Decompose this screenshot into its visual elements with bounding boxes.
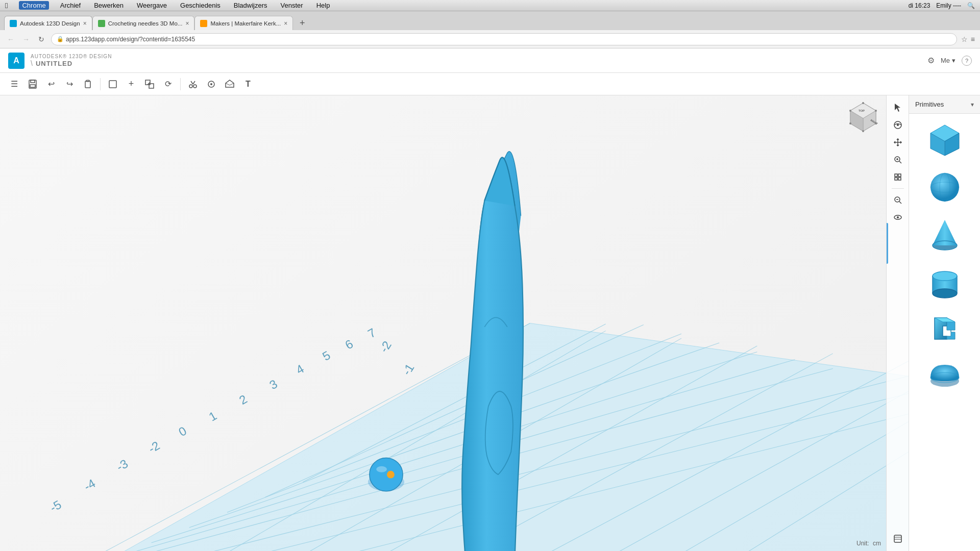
transform-button[interactable] [141,76,158,92]
back-button[interactable]: ← [5,34,16,45]
me-dropdown-icon: ▾ [952,57,955,64]
primitive-cylinder[interactable] [913,259,976,304]
zoom-region-tool-btn[interactable] [890,192,906,208]
svg-rect-74 [894,535,901,542]
clipboard-button[interactable] [80,76,96,92]
primitive-sphere[interactable] [913,165,976,210]
save-button[interactable] [24,76,41,92]
svg-line-70 [899,202,901,204]
snap-button[interactable] [203,76,219,92]
help-button[interactable]: ? [962,56,972,66]
pan-tool-btn[interactable] [890,134,906,151]
menubar-venster[interactable]: Venster [279,2,305,9]
help-label: ? [965,58,968,64]
svg-line-62 [899,161,901,163]
sketch-button[interactable] [105,76,121,92]
svg-point-85 [875,110,877,112]
menubar-bewerken[interactable]: Bewerken [92,2,126,9]
menubar-geschiedenis[interactable]: Geschiedenis [178,2,223,9]
surface-btn[interactable] [890,531,906,547]
menubar-archief[interactable]: Archief [58,2,83,9]
tab-title-2: Crocheting needles 3D Mo... [108,20,183,27]
menubar-bladwijzers[interactable]: Bladwijzers [232,2,270,9]
svg-marker-98 [933,220,957,245]
redo-button[interactable]: ↪ [61,76,78,92]
view-tools-panel [886,95,909,551]
svg-point-9 [189,85,192,88]
zoom-tool-btn[interactable] [890,152,906,168]
menubar-help[interactable]: Help [314,2,332,9]
tab-favicon-1 [10,20,17,27]
undo-button[interactable]: ↩ [43,76,59,92]
add-button[interactable]: + [123,76,139,92]
text-button[interactable]: T [240,76,256,92]
svg-point-56 [387,471,395,479]
tab-favicon-3 [200,20,207,27]
orbit-tool-btn[interactable] [890,117,906,133]
app-container: A AUTODESK® 123D® DESIGN \ UNTITLED ⚙ Me… [0,48,980,551]
menubar-user: Emily ---- [936,2,961,9]
fit-tool-btn[interactable] [890,169,906,185]
primitive-torus[interactable] [913,353,976,397]
cut-button[interactable] [185,76,201,92]
primitive-bracket[interactable] [913,306,976,350]
document-name: UNTITLED [36,60,72,67]
menubar-search-icon[interactable]: 🔍 [967,2,975,9]
view-tool-sep [892,188,904,189]
reload-button[interactable]: ↻ [36,34,47,45]
me-label: Me [941,57,950,64]
brand-name: AUTODESK® 123D® DESIGN [31,54,112,59]
panel-dropdown-btn[interactable]: ▾ [971,101,974,108]
svg-rect-65 [895,174,897,177]
panel-header: Primitives ▾ [909,95,980,114]
forward-button[interactable]: → [20,34,32,45]
svg-point-89 [849,122,851,124]
separator-1 [100,78,101,90]
chrome-window: Autodesk 123D Design × Crocheting needle… [0,11,980,551]
status-bar: Unit: cm [856,540,881,547]
tab-crocheting[interactable]: Crocheting needles 3D Mo... × [92,16,195,30]
menubar-right: di 16:23 Emily ---- 🔍 [909,2,975,9]
menu-button[interactable]: ☰ [6,76,22,92]
refresh-button[interactable]: ⟳ [160,76,176,92]
settings-button[interactable]: ⚙ [927,56,935,65]
select-tool-btn[interactable] [890,99,906,116]
panel-title: Primitives [915,101,944,108]
tab-makers[interactable]: Makers | Makerfaire Kerk... × [194,16,293,30]
apple-logo[interactable]:  [5,1,8,10]
view-mode-btn[interactable] [890,209,906,226]
tab-autodesk[interactable]: Autodesk 123D Design × [4,16,92,30]
primitive-box[interactable] [913,118,976,163]
svg-rect-67 [895,178,897,180]
url-bar[interactable]: 🔒 apps.123dapp.com/design/?contentid=163… [51,33,957,45]
svg-point-10 [193,85,197,88]
svg-rect-5 [109,81,116,88]
browser-menu-icon[interactable]: ≡ [971,35,975,43]
separator: \ [31,59,33,67]
tab-close-3[interactable]: × [284,20,287,27]
svg-point-14 [210,83,212,85]
logo-letter: A [13,56,19,65]
menubar-weergave[interactable]: Weergave [135,2,169,9]
bookmark-icon[interactable]: ☆ [961,35,968,43]
unit-value: cm [873,540,881,547]
solid-button[interactable] [222,76,238,92]
canvas-3d: 7 6 5 4 3 2 1 0 -2 -3 -4 -5 [0,95,909,551]
menubar-chrome[interactable]: Chrome [19,1,48,10]
right-panel: Primitives ▾ [909,95,980,551]
svg-point-88 [849,110,851,112]
svg-point-94 [930,173,959,202]
primitive-cone[interactable] [913,212,976,257]
me-button[interactable]: Me ▾ [941,57,955,64]
tab-favicon-2 [98,20,105,27]
primitives-list [909,114,980,551]
svg-rect-1 [31,80,35,83]
tab-close-2[interactable]: × [185,20,189,27]
cube-navigator[interactable]: TOP RIGHT [845,101,881,136]
new-tab-button[interactable]: + [295,16,309,30]
separator-2 [180,78,181,90]
viewport[interactable]: 7 6 5 4 3 2 1 0 -2 -3 -4 -5 [0,95,909,551]
svg-rect-3 [85,81,90,88]
tab-title-3: Makers | Makerfaire Kerk... [210,20,281,27]
tab-close-1[interactable]: × [83,20,87,27]
